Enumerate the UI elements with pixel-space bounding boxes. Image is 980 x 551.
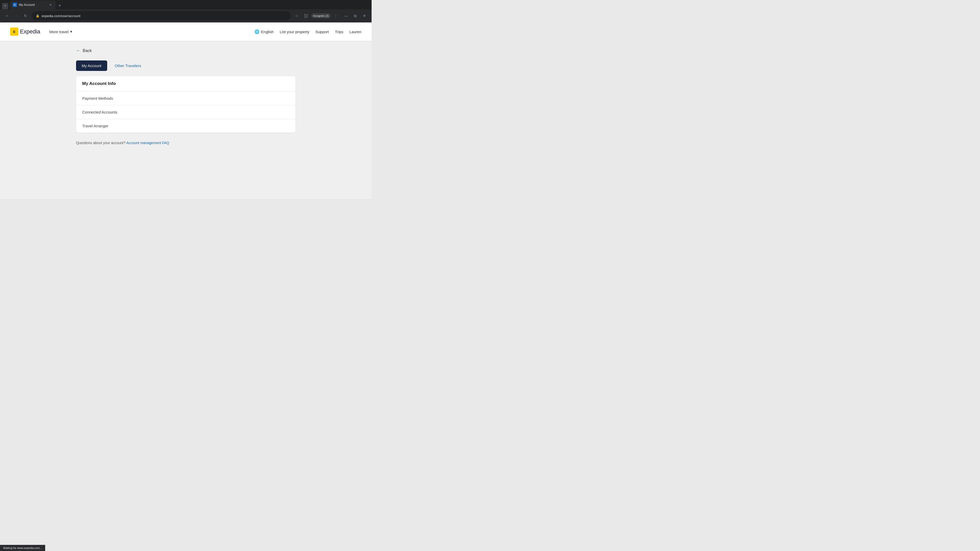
new-tab-button[interactable]: + [56, 2, 63, 9]
bookmark-button[interactable]: ☆ [293, 12, 301, 20]
account-card-header: My Account Info [76, 76, 296, 92]
incognito-badge[interactable]: Incognito (2) [311, 13, 331, 18]
more-travel-button[interactable]: More travel ▾ [46, 27, 75, 36]
menu-button[interactable]: ⋮ [332, 12, 340, 20]
language-selector[interactable]: 🌐 English [255, 29, 274, 34]
chevron-down-icon: ▾ [70, 29, 72, 34]
expedia-logo[interactable]: E Expedia [10, 27, 40, 36]
tab-close-button[interactable]: ✕ [48, 3, 52, 7]
faq-link[interactable]: Account management FAQ [126, 141, 169, 145]
url-bar[interactable]: 🔒 expedia.com/user/account [32, 11, 291, 21]
forward-nav-button[interactable]: → [12, 12, 21, 20]
back-button[interactable]: ← Back [76, 47, 92, 54]
lock-icon: 🔒 [36, 14, 40, 17]
main-content: ← Back My Account Other Travelers My Acc… [71, 41, 301, 151]
back-nav-button[interactable]: ← [3, 12, 11, 20]
trips-link[interactable]: Trips [335, 30, 344, 34]
browser-nav-controls: ← → ↻ [3, 12, 30, 20]
close-window-button[interactable]: ✕ [360, 12, 369, 20]
account-info-card: My Account Info Payment Methods Connecte… [76, 76, 296, 133]
window-controls: — ⧉ ✕ [342, 12, 369, 20]
page-content: E Expedia More travel ▾ 🌐 English List y… [0, 22, 372, 199]
svg-text:E: E [13, 30, 16, 34]
tab-bar: E My Account ✕ + [0, 0, 372, 9]
payment-methods-item[interactable]: Payment Methods [76, 92, 296, 105]
tab-favicon: E [13, 3, 17, 7]
connected-accounts-item[interactable]: Connected Accounts [76, 105, 296, 119]
address-bar: ← → ↻ 🔒 expedia.com/user/account ☆ ⬛ Inc… [0, 9, 372, 22]
reload-button[interactable]: ↻ [21, 12, 30, 20]
minimize-button[interactable]: — [342, 12, 350, 20]
nav-left: E Expedia More travel ▾ [10, 27, 255, 36]
back-arrow-icon: ← [76, 48, 81, 53]
tab-group-button[interactable] [2, 3, 8, 9]
tabs-container: My Account Other Travelers [76, 60, 296, 71]
logo-text: Expedia [20, 28, 40, 35]
active-tab[interactable]: E My Account ✕ [10, 0, 56, 9]
tab-other-travelers[interactable]: Other Travelers [109, 60, 147, 71]
globe-icon: 🌐 [255, 29, 259, 34]
user-account-link[interactable]: Lauren [349, 30, 361, 34]
url-text: expedia.com/user/account [41, 14, 286, 18]
support-link[interactable]: Support [315, 30, 329, 34]
site-nav: E Expedia More travel ▾ 🌐 English List y… [0, 22, 372, 41]
travel-arranger-item[interactable]: Travel Arranger [76, 119, 296, 133]
svg-text:E: E [14, 3, 16, 6]
browser-chrome: E My Account ✕ + ← → ↻ 🔒 expedia.com/use… [0, 0, 372, 22]
sidebar-button[interactable]: ⬛ [302, 12, 310, 20]
faq-section: Questions about your account? Account ma… [76, 141, 296, 145]
list-property-link[interactable]: List your property [280, 30, 309, 34]
browser-actions: ☆ ⬛ Incognito (2) ⋮ [293, 12, 340, 20]
nav-right: 🌐 English List your property Support Tri… [255, 29, 361, 34]
tab-title: My Account [19, 3, 46, 6]
logo-icon: E [10, 27, 18, 36]
tab-my-account[interactable]: My Account [76, 60, 107, 71]
restore-button[interactable]: ⧉ [351, 12, 360, 20]
